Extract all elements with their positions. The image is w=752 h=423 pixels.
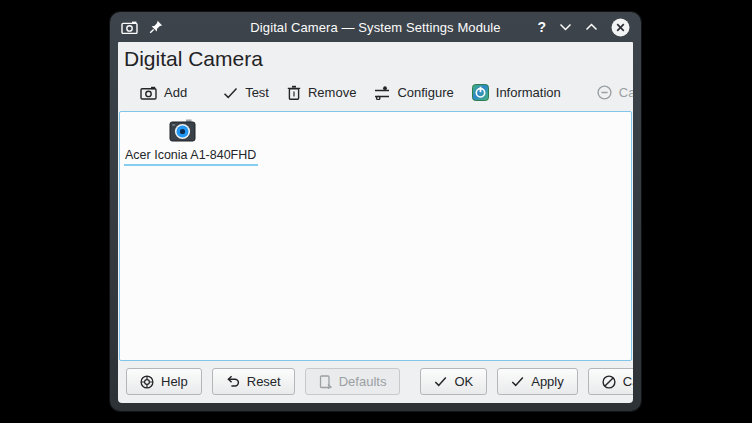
check-icon bbox=[434, 376, 447, 387]
titlebar[interactable]: Digital Camera — System Settings Module … bbox=[110, 12, 641, 42]
defaults-button-label: Defaults bbox=[339, 374, 387, 389]
cancel-slash-icon bbox=[602, 375, 616, 389]
toolbar-cancel-button: Cancel bbox=[588, 81, 633, 104]
information-button[interactable]: Information bbox=[463, 80, 570, 105]
camera-toolbar: Add Test bbox=[118, 73, 633, 111]
add-button-label: Add bbox=[164, 85, 187, 100]
reset-button-label: Reset bbox=[247, 374, 281, 389]
remove-button[interactable]: Remove bbox=[278, 81, 365, 104]
test-button-label: Test bbox=[245, 85, 269, 100]
undo-icon bbox=[226, 375, 240, 388]
help-button[interactable]: Help bbox=[126, 368, 202, 395]
configure-button[interactable]: Configure bbox=[365, 81, 462, 104]
check-icon bbox=[223, 87, 238, 99]
camera-add-icon bbox=[140, 86, 157, 100]
settings-window: Digital Camera — System Settings Module … bbox=[110, 12, 641, 411]
information-button-label: Information bbox=[496, 85, 561, 100]
list-item[interactable]: Acer Iconia A1-840FHD bbox=[124, 117, 240, 166]
help-button-label: Help bbox=[161, 374, 188, 389]
minimize-button[interactable] bbox=[559, 23, 572, 31]
camera-item-label[interactable]: Acer Iconia A1-840FHD bbox=[124, 147, 258, 166]
remove-button-label: Remove bbox=[308, 85, 356, 100]
defaults-button: Defaults bbox=[305, 368, 401, 395]
cancel-button-label: Cancel bbox=[623, 374, 633, 389]
maximize-button[interactable] bbox=[585, 23, 598, 31]
add-button[interactable]: Add bbox=[131, 81, 196, 104]
page-title: Digital Camera bbox=[118, 42, 633, 73]
test-button[interactable]: Test bbox=[214, 81, 278, 104]
camera-list[interactable]: Acer Iconia A1-840FHD bbox=[119, 111, 632, 361]
module-content: Digital Camera Add bbox=[118, 42, 633, 403]
help-ring-icon bbox=[140, 375, 154, 389]
document-revert-icon bbox=[319, 375, 332, 389]
cancel-button[interactable]: Cancel bbox=[588, 368, 633, 395]
trash-icon bbox=[287, 85, 301, 100]
apply-button[interactable]: Apply bbox=[497, 368, 578, 395]
camera-icon bbox=[121, 21, 138, 34]
ok-button[interactable]: OK bbox=[420, 368, 487, 395]
ok-button-label: OK bbox=[454, 374, 473, 389]
camera-device-icon bbox=[169, 119, 196, 142]
dialog-button-box: Help Reset Defaults bbox=[118, 361, 633, 403]
sliders-icon bbox=[374, 86, 390, 100]
pin-icon[interactable] bbox=[149, 20, 163, 34]
configure-button-label: Configure bbox=[397, 85, 453, 100]
circle-minus-icon bbox=[597, 85, 612, 100]
toolbar-cancel-label: Cancel bbox=[619, 85, 633, 100]
apply-button-label: Apply bbox=[531, 374, 564, 389]
close-button[interactable] bbox=[611, 18, 630, 37]
titlebar-help-button[interactable]: ? bbox=[537, 20, 546, 34]
info-icon bbox=[472, 84, 489, 101]
reset-button[interactable]: Reset bbox=[212, 368, 295, 395]
check-icon bbox=[511, 376, 524, 387]
